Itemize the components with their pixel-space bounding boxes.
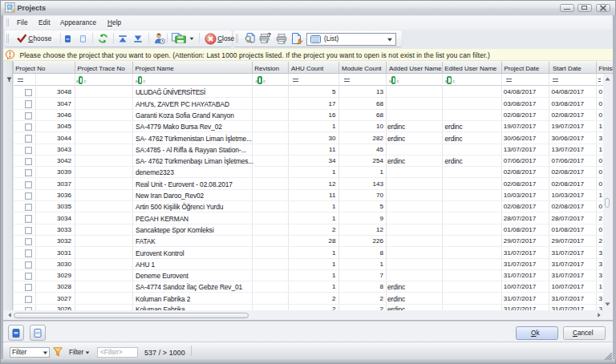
svg-text:?: ? (267, 32, 271, 38)
